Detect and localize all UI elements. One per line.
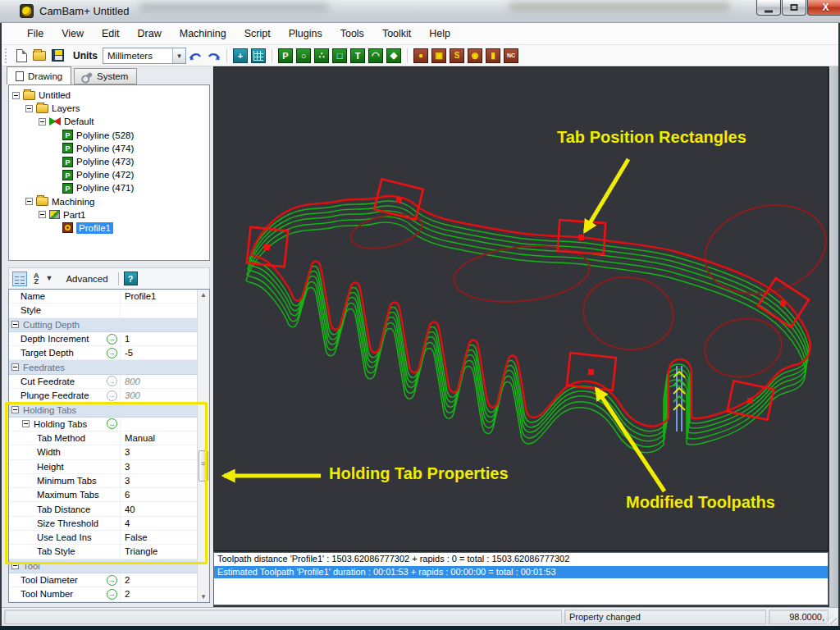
tree-item-profile1[interactable]: Profile1	[9, 221, 209, 235]
collapse-icon[interactable]	[39, 211, 46, 218]
undo-button[interactable]	[186, 48, 204, 64]
property-value[interactable]: 3	[121, 476, 209, 486]
menu-plugins[interactable]: Plugins	[280, 25, 331, 43]
property-row-plunge-feedrate[interactable]: Plunge Feedrate→ 300	[9, 389, 209, 403]
tree-item-polyline[interactable]: P Polyline (471)	[9, 181, 209, 194]
tab-drawing[interactable]: Drawing	[7, 66, 71, 84]
set-value-icon[interactable]: →	[107, 589, 117, 600]
menu-view[interactable]: View	[52, 25, 93, 43]
category-tool[interactable]: Tool	[9, 559, 209, 573]
tree-item-default-layer[interactable]: Default	[9, 115, 209, 128]
circle-icon[interactable]: ○	[296, 48, 311, 63]
property-row-tab-distance[interactable]: Tab Distance 40	[9, 502, 209, 516]
maximize-button[interactable]	[782, 0, 806, 16]
scroll-down-icon[interactable]: ▼	[199, 593, 208, 600]
property-value[interactable]: 3	[121, 462, 209, 472]
property-value[interactable]: 1	[121, 334, 209, 344]
save-file-button[interactable]	[48, 48, 66, 64]
tree-item-polyline[interactable]: P Polyline (528)	[9, 129, 209, 142]
property-row-tool-diameter[interactable]: Tool Diameter→ 2	[9, 573, 209, 587]
property-value[interactable]: False	[121, 532, 209, 542]
inherited-value-icon[interactable]: →	[107, 390, 117, 401]
collapse-icon[interactable]	[12, 92, 20, 99]
property-row-height[interactable]: Height 3	[9, 460, 209, 474]
text-icon[interactable]: T	[350, 48, 365, 63]
menu-file[interactable]: File	[18, 25, 52, 43]
surface-icon[interactable]: ◆	[386, 48, 401, 63]
points-icon[interactable]: ∴	[314, 48, 329, 63]
collapse-icon[interactable]	[11, 321, 19, 328]
property-value[interactable]: Triangle	[121, 546, 209, 556]
collapse-icon[interactable]	[25, 105, 33, 112]
property-value[interactable]: 3	[121, 447, 209, 457]
menu-machining[interactable]: Machining	[171, 25, 235, 43]
category-holding-tabs[interactable]: Holding Tabs	[9, 403, 209, 417]
axes-icon[interactable]: +	[233, 48, 248, 63]
minimize-button[interactable]	[756, 0, 781, 16]
log-line[interactable]: Toolpath distance 'Profile1' : 1503.6208…	[214, 553, 828, 566]
property-row-depth-increment[interactable]: Depth Increment→ 1	[9, 332, 209, 346]
menu-help[interactable]: Help	[420, 25, 459, 43]
units-dropdown[interactable]: Millimeters ▾	[103, 48, 186, 64]
profile3d-op-icon[interactable]: ▮	[486, 48, 500, 63]
category-cutting-depth[interactable]: Cutting Depth	[9, 318, 209, 332]
close-button[interactable]: X	[807, 0, 840, 16]
tree-item-layers[interactable]: Layers	[9, 102, 209, 115]
property-value[interactable]: 300	[121, 390, 209, 400]
menu-draw[interactable]: Draw	[129, 25, 171, 43]
property-value[interactable]: -5	[121, 348, 209, 358]
redo-button[interactable]	[204, 48, 222, 64]
property-row-style[interactable]: Style	[9, 304, 209, 317]
collapse-icon[interactable]	[11, 363, 19, 371]
property-row-tab-style[interactable]: Tab Style Triangle	[9, 545, 209, 559]
tree-item-polyline[interactable]: P Polyline (473)	[9, 155, 209, 168]
property-row-width[interactable]: Width 3	[9, 445, 209, 459]
rectangle-icon[interactable]: □	[332, 48, 347, 63]
property-row-maximum-tabs[interactable]: Maximum Tabs 6	[9, 488, 209, 502]
properties-scrollbar[interactable]: ▲ ▼	[197, 290, 209, 602]
property-value[interactable]: Manual	[121, 433, 209, 443]
help-button[interactable]: ?	[124, 272, 138, 285]
property-row-size-threshold[interactable]: Size Threshold 4	[9, 517, 209, 531]
tree-item-untitled[interactable]: Untitled	[9, 89, 209, 102]
set-value-icon[interactable]: →	[107, 418, 117, 429]
open-file-button[interactable]	[30, 48, 48, 64]
engrave-op-icon[interactable]: S	[450, 48, 464, 63]
set-value-icon[interactable]: →	[107, 348, 117, 358]
property-value[interactable]: 40	[121, 504, 209, 514]
menu-tools[interactable]: Tools	[331, 25, 373, 43]
gcode-icon[interactable]: NC	[504, 48, 518, 63]
property-row-minimum-tabs[interactable]: Minimum Tabs 3	[9, 474, 209, 488]
advanced-button[interactable]: Advanced	[61, 272, 112, 285]
property-row-holding-tabs[interactable]: Holding Tabs→	[9, 418, 209, 431]
scrollbar-thumb[interactable]	[199, 450, 208, 482]
tree-item-polyline[interactable]: P Polyline (474)	[9, 142, 209, 155]
title-bar[interactable]: CamBam+ Untitled X	[0, 0, 840, 23]
category-feedrates[interactable]: Feedrates	[9, 360, 209, 374]
set-value-icon[interactable]: →	[107, 334, 117, 345]
property-row-tool-number[interactable]: Tool Number→ 2	[9, 587, 209, 601]
pocket-op-icon[interactable]: ▣	[431, 48, 446, 63]
collapse-icon[interactable]	[39, 118, 46, 126]
property-value[interactable]: 2	[121, 589, 209, 599]
collapse-icon[interactable]	[11, 562, 19, 569]
property-row-cut-feedrate[interactable]: Cut Feedrate→ 800	[9, 375, 209, 389]
property-value[interactable]: 2	[121, 575, 209, 585]
drawing-canvas[interactable]: Tab Position Rectangles Holding Tab Prop…	[213, 66, 829, 551]
tree-item-machining[interactable]: Machining	[9, 195, 209, 208]
collapse-icon[interactable]	[22, 420, 30, 427]
categorized-view-button[interactable]	[12, 272, 27, 286]
new-file-button[interactable]	[12, 48, 30, 64]
collapse-icon[interactable]	[11, 406, 19, 413]
tab-system[interactable]: System	[74, 68, 137, 84]
chevron-down-icon[interactable]: ▾	[172, 48, 185, 63]
set-value-icon[interactable]: →	[107, 575, 117, 586]
arc-icon[interactable]: ◠	[368, 48, 383, 63]
property-row-use-lead-ins[interactable]: Use Lead Ins False	[9, 531, 209, 545]
grid-icon[interactable]	[251, 48, 266, 63]
drill-op-icon[interactable]: ◉	[468, 48, 482, 63]
tree-item-part1[interactable]: Part1	[9, 208, 209, 221]
sort-alphabetical-button[interactable]: A Z	[34, 273, 39, 285]
scroll-up-icon[interactable]: ▲	[199, 291, 208, 299]
property-value[interactable]: 6	[121, 490, 209, 500]
